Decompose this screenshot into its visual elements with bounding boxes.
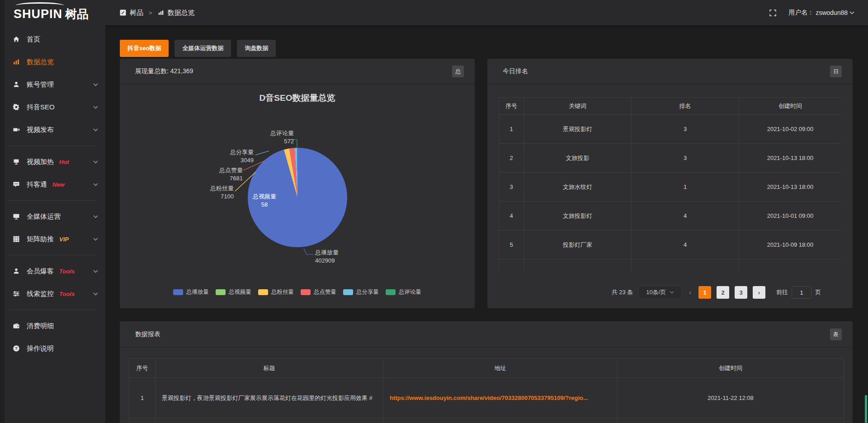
pie-label-shares: 总分享量3049 <box>217 148 254 164</box>
topbar: 树品 > 数据总览 用户名：zswodun88 <box>105 0 868 25</box>
legend-item[interactable]: 总分享量 <box>343 288 379 296</box>
sidebar-item-member-leads[interactable]: 会员爆客 Tools <box>0 260 105 282</box>
legend-swatch <box>173 289 183 295</box>
table-toggle-button[interactable]: 表 <box>830 329 842 340</box>
breadcrumb: 树品 > 数据总览 <box>120 9 195 17</box>
app-logo[interactable]: SHUPIN树品 <box>0 0 105 28</box>
overview-card-header: 展现量总数: 421,369 总 <box>120 59 475 84</box>
report-card-header: 数据报表 表 <box>120 321 853 348</box>
sidebar-item-media-ops[interactable]: 全媒体运营 <box>0 205 105 228</box>
tab-media-ops[interactable]: 全媒体运营数据 <box>175 40 231 57</box>
chart-title: D音SEO数据量总览 <box>120 92 475 104</box>
legend-item[interactable]: 总点赞量 <box>301 288 336 296</box>
content: 抖音seo数据 全媒体运营数据 询盘数据 展现量总数: 421,369 总 D音… <box>105 25 868 423</box>
home-icon <box>13 36 20 43</box>
vip-badge: VIP <box>59 236 69 243</box>
sidebar-item-data-overview[interactable]: 数据总览 <box>0 51 105 73</box>
overview-card: 展现量总数: 421,369 总 D音SEO数据量总览 <box>120 59 475 308</box>
hot-badge: Hot <box>59 159 69 165</box>
sliders-icon <box>13 290 20 297</box>
sidebar-item-home[interactable]: 首页 <box>0 28 105 51</box>
chevron-down-icon <box>849 11 854 14</box>
legend-swatch <box>386 289 396 295</box>
chevron-down-icon <box>93 106 98 109</box>
breadcrumb-root[interactable]: 树品 <box>130 9 143 17</box>
chart-legend: 总播放量总视频量总粉丝量总点赞量总分享量总评论量 <box>120 288 475 296</box>
sidebar-divider <box>8 146 96 146</box>
pie-label-videos: 总视频量58 <box>248 193 281 209</box>
report-table-wrap: 序号 标题 地址 创建时间 1 景观投影灯，夜游景观投影灯厂家展示展示落花灯在花… <box>129 358 844 423</box>
legend-swatch <box>216 289 226 295</box>
day-toggle-button[interactable]: 日 <box>830 66 842 77</box>
logo-text-en: SHUPIN <box>14 7 62 21</box>
report-table: 序号 标题 地址 创建时间 1 景观投影灯，夜游景观投影灯厂家展示展示落花灯在花… <box>129 358 844 423</box>
sidebar-item-video-heat[interactable]: 视频加热 Hot <box>0 150 105 173</box>
sidebar-item-douketong[interactable]: 抖客通 New <box>0 173 105 196</box>
table-row: 5投影灯厂家42021-10-09 18:00 <box>499 230 842 259</box>
legend-item[interactable]: 总视频量 <box>216 288 251 296</box>
pie-label-comments: 总评论量572 <box>258 129 294 146</box>
goto-page-input[interactable] <box>792 286 811 299</box>
chevron-down-icon <box>93 292 98 296</box>
gear-icon <box>13 103 20 111</box>
chevron-down-icon <box>93 238 98 241</box>
user-icon <box>13 81 20 88</box>
ranking-card-title: 今日排名 <box>503 67 528 75</box>
report-header-row: 序号 标题 地址 创建时间 <box>129 359 844 378</box>
bar-chart-icon <box>13 58 20 66</box>
video-camera-icon <box>13 126 20 133</box>
legend-item[interactable]: 总评论量 <box>386 288 421 296</box>
next-page-button[interactable]: › <box>753 286 765 299</box>
logo-text-cjk: 树品 <box>65 7 89 21</box>
sidebar-item-clue-monitor[interactable]: 线索监控 Tools <box>0 282 105 305</box>
pagination: 共 23 条 10条/页 ‹ 1 2 3 › 前往 <box>487 286 853 299</box>
prev-page-button[interactable]: ‹ <box>687 289 693 296</box>
legend-item[interactable]: 总播放量 <box>173 288 209 296</box>
table-row: 1景观投影灯32021-10-02 09:00 <box>499 115 842 144</box>
legend-swatch <box>258 289 268 295</box>
sidebar-item-consumption[interactable]: 消费明细 <box>0 315 105 337</box>
chevron-down-icon <box>93 183 98 186</box>
page-size-select[interactable]: 10条/页 <box>638 286 682 299</box>
sidebar-item-matrix-boost[interactable]: 矩阵助推 VIP <box>0 228 105 250</box>
table-row-partial <box>499 259 842 272</box>
legend-label: 总粉丝量 <box>271 288 294 296</box>
breadcrumb-separator: > <box>149 9 152 16</box>
legend-item[interactable]: 总粉丝量 <box>258 288 294 296</box>
chat-bubble-icon <box>13 181 20 188</box>
sidebar-item-account[interactable]: 账号管理 <box>0 73 105 96</box>
legend-label: 总视频量 <box>229 288 251 296</box>
total-toggle-button[interactable]: 总 <box>452 66 464 77</box>
legend-label: 总点赞量 <box>314 288 336 296</box>
sidebar-divider <box>8 200 96 201</box>
page-button-1[interactable]: 1 <box>698 286 711 299</box>
chevron-down-icon <box>93 270 98 273</box>
table-row: 4文旅投影灯42021-10-01 09:00 <box>499 202 842 230</box>
username-label: 用户名： <box>788 9 814 17</box>
pie-label-likes: 总点赞量7681 <box>207 166 243 183</box>
chevron-down-icon <box>93 83 98 86</box>
breadcrumb-current[interactable]: 数据总览 <box>168 9 195 17</box>
sidebar-item-help[interactable]: ? 操作说明 <box>0 337 105 360</box>
sidebar-item-video-publish[interactable]: 视频发布 <box>0 118 105 141</box>
ranking-card-header: 今日排名 日 <box>487 59 853 84</box>
report-card-title: 数据报表 <box>135 330 160 338</box>
sidebar: SHUPIN树品 首页 数据总览 账号管理 抖音SEO 视频发布 <box>0 0 105 423</box>
page-button-2[interactable]: 2 <box>717 286 729 299</box>
logo-arc <box>15 2 64 9</box>
goto-suffix: 页 <box>815 288 821 296</box>
username-value: zswodun88 <box>816 9 848 16</box>
page-button-3[interactable]: 3 <box>735 286 747 299</box>
fullscreen-icon[interactable] <box>769 9 777 17</box>
tab-inquiry[interactable]: 询盘数据 <box>237 40 276 57</box>
sidebar-item-douyin-seo[interactable]: 抖音SEO <box>0 96 105 118</box>
report-url-link[interactable]: https://www.iesdouyin.com/share/video/70… <box>390 395 588 401</box>
pie-label-fans: 总粉丝量7100 <box>198 184 234 201</box>
sidebar-divider <box>8 310 96 310</box>
tab-douyin-seo[interactable]: 抖音seo数据 <box>120 40 169 57</box>
question-circle-icon: ? <box>13 345 20 352</box>
ranking-card: 今日排名 日 序号 关键词 排名 创建时间 <box>487 59 853 308</box>
page-scrollbar-thumb[interactable] <box>865 395 867 423</box>
user-menu[interactable]: 用户名：zswodun88 <box>788 9 854 17</box>
main-area: 树品 > 数据总览 用户名：zswodun88 抖音seo数据 全媒体运营数据 … <box>105 0 868 423</box>
